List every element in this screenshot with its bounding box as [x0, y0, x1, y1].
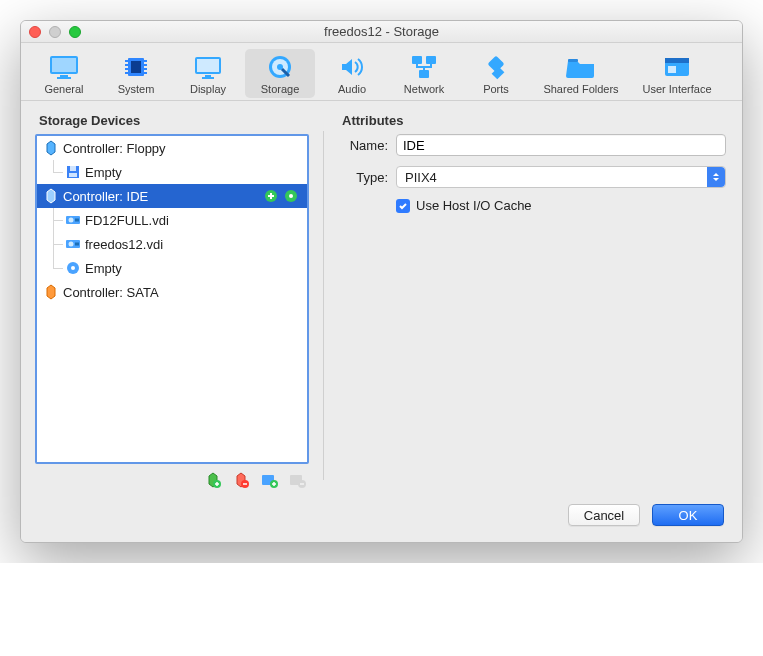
tree-controller-sata[interactable]: Controller: SATA [37, 280, 307, 304]
tree-label: Controller: Floppy [63, 141, 166, 156]
floppy-icon [65, 164, 81, 180]
tab-audio[interactable]: Audio [317, 49, 387, 98]
storage-tree[interactable]: Controller: Floppy Empty Controller: IDE [35, 134, 309, 464]
tab-label: Shared Folders [543, 83, 618, 95]
optical-icon [65, 260, 81, 276]
tab-label: Ports [483, 83, 509, 95]
svg-point-37 [69, 218, 74, 223]
tab-label: General [44, 83, 83, 95]
svg-rect-3 [57, 77, 71, 79]
svg-rect-38 [75, 219, 79, 222]
svg-rect-17 [202, 77, 214, 79]
settings-toolbar: General System Display Storage Audio [21, 43, 742, 101]
controller-icon [43, 140, 59, 156]
tree-label: Controller: IDE [63, 189, 148, 204]
add-attachment-button[interactable] [259, 470, 279, 490]
network-icon [407, 53, 441, 81]
svg-rect-31 [70, 166, 76, 171]
ok-button[interactable]: OK [652, 504, 724, 526]
remove-controller-button[interactable] [231, 470, 251, 490]
svg-rect-15 [197, 59, 219, 72]
svg-rect-41 [75, 243, 79, 246]
hdd-icon [65, 236, 81, 252]
tab-network[interactable]: Network [389, 49, 459, 98]
storage-devices-heading: Storage Devices [35, 113, 309, 134]
svg-rect-2 [60, 75, 68, 77]
tab-label: Network [404, 83, 444, 95]
add-disk-icon[interactable] [263, 188, 279, 204]
svg-point-43 [71, 266, 75, 270]
disk-icon [263, 53, 297, 81]
tab-label: System [118, 83, 155, 95]
attributes-panel: Attributes Name: Type: PIIX4 [338, 113, 728, 490]
tab-label: Storage [261, 83, 300, 95]
tree-label: Empty [85, 165, 122, 180]
svg-rect-32 [69, 173, 77, 177]
svg-rect-23 [419, 70, 429, 78]
svg-rect-16 [205, 75, 211, 77]
content-area: Storage Devices Controller: Floppy Empty [21, 101, 742, 494]
cancel-button[interactable]: Cancel [568, 504, 640, 526]
settings-window: freedos12 - Storage General System Displ… [20, 20, 743, 543]
hdd-icon [65, 212, 81, 228]
tab-system[interactable]: System [101, 49, 171, 98]
tab-display[interactable]: Display [173, 49, 243, 98]
dialog-buttons: Cancel OK [21, 494, 742, 542]
type-label: Type: [338, 170, 396, 185]
name-label: Name: [338, 138, 396, 153]
svg-rect-22 [426, 56, 436, 64]
add-optical-icon[interactable] [283, 188, 299, 204]
controller-icon [43, 284, 59, 300]
ui-icon [660, 53, 694, 81]
tree-label: Controller: SATA [63, 285, 159, 300]
name-field[interactable] [396, 134, 726, 156]
host-io-checkbox[interactable] [396, 199, 410, 213]
tree-toolbar [35, 464, 309, 490]
tree-ide-disk1[interactable]: FD12FULL.vdi [37, 208, 307, 232]
type-value: PIIX4 [405, 170, 437, 185]
tree-controller-floppy[interactable]: Controller: Floppy [37, 136, 307, 160]
tree-label: freedos12.vdi [85, 237, 163, 252]
svg-rect-28 [665, 58, 689, 63]
svg-rect-1 [52, 58, 76, 72]
tab-user-interface[interactable]: User Interface [631, 49, 723, 98]
svg-rect-21 [412, 56, 422, 64]
window-title: freedos12 - Storage [21, 24, 742, 39]
attributes-heading: Attributes [338, 113, 728, 134]
tab-storage[interactable]: Storage [245, 49, 315, 98]
tab-ports[interactable]: Ports [461, 49, 531, 98]
svg-point-40 [69, 242, 74, 247]
monitor-icon [47, 53, 81, 81]
storage-devices-panel: Storage Devices Controller: Floppy Empty [35, 113, 309, 490]
svg-rect-29 [668, 66, 676, 73]
tree-floppy-empty[interactable]: Empty [37, 160, 307, 184]
tab-general[interactable]: General [29, 49, 99, 98]
tree-label: Empty [85, 261, 122, 276]
tree-controller-ide[interactable]: Controller: IDE [37, 184, 307, 208]
tab-label: Audio [338, 83, 366, 95]
controller-icon [43, 188, 59, 204]
tree-ide-disk2[interactable]: freedos12.vdi [37, 232, 307, 256]
tree-label: FD12FULL.vdi [85, 213, 169, 228]
display-icon [191, 53, 225, 81]
tree-ide-empty[interactable]: Empty [37, 256, 307, 280]
tab-label: User Interface [642, 83, 711, 95]
type-select[interactable]: PIIX4 [396, 166, 726, 188]
host-io-label: Use Host I/O Cache [416, 198, 532, 213]
svg-point-35 [289, 194, 293, 198]
svg-rect-26 [568, 59, 578, 62]
tab-label: Display [190, 83, 226, 95]
add-controller-button[interactable] [203, 470, 223, 490]
folder-icon [564, 53, 598, 81]
divider [323, 131, 324, 480]
speaker-icon [335, 53, 369, 81]
usb-icon [479, 53, 513, 81]
chevron-updown-icon [707, 167, 725, 187]
titlebar: freedos12 - Storage [21, 21, 742, 43]
chip-icon [119, 53, 153, 81]
svg-rect-5 [131, 61, 141, 73]
tab-shared-folders[interactable]: Shared Folders [533, 49, 629, 98]
remove-attachment-button [287, 470, 307, 490]
